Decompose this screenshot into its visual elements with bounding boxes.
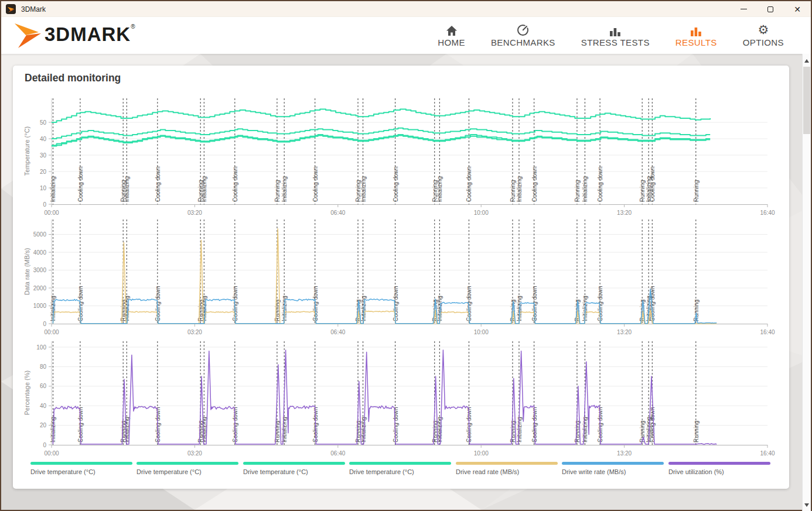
logo-registered-mark: ®	[131, 23, 135, 30]
legend-item-drive4-temperature[interactable]: Drive temperature (°C)	[349, 462, 451, 475]
svg-text:20: 20	[40, 169, 47, 175]
legend-label: Drive temperature (°C)	[349, 468, 451, 475]
svg-text:0: 0	[43, 201, 46, 208]
legend-item-drive3-temperature[interactable]: Drive temperature (°C)	[243, 462, 345, 475]
svg-text:Running: Running	[639, 180, 646, 202]
svg-text:20: 20	[40, 422, 47, 428]
legend-swatch	[668, 462, 770, 465]
vertical-scrollbar[interactable]	[802, 54, 811, 511]
nav-item-stress-tests[interactable]: STRESS TESTS	[581, 23, 650, 47]
svg-text:60: 60	[40, 383, 47, 389]
svg-text:03:20: 03:20	[187, 210, 202, 216]
legend-swatch	[456, 462, 558, 465]
svg-text:Cooling down: Cooling down	[649, 166, 656, 202]
svg-text:30: 30	[40, 152, 47, 159]
svg-text:Cooling down: Cooling down	[597, 166, 603, 202]
legend-label: Drive temperature (°C)	[243, 468, 345, 475]
legend-item-utilization[interactable]: Drive utilization (%)	[668, 462, 770, 475]
scroll-up-icon[interactable]	[804, 59, 809, 63]
maximize-icon	[767, 6, 773, 12]
svg-text:Running: Running	[510, 180, 516, 202]
svg-text:Cooling down: Cooling down	[466, 166, 472, 202]
svg-text:Running: Running	[693, 300, 700, 321]
svg-text:Initializing: Initializing	[201, 176, 207, 202]
svg-text:13:20: 13:20	[617, 210, 632, 216]
svg-text:03:20: 03:20	[187, 329, 202, 335]
svg-text:Cooling down: Cooling down	[393, 166, 399, 202]
svg-text:Running: Running	[693, 421, 700, 443]
logo-swoosh-icon	[14, 23, 45, 49]
close-icon: ✕	[794, 5, 801, 13]
scrollbar-thumb[interactable]	[803, 67, 810, 134]
legend-swatch	[137, 462, 238, 465]
navbar: 3DMARK ® HOME BENCHMARKS	[1, 17, 811, 54]
svg-text:10:00: 10:00	[474, 450, 489, 457]
svg-text:5000: 5000	[33, 231, 47, 238]
svg-text:Initializing: Initializing	[582, 176, 588, 202]
legend-swatch	[30, 462, 132, 465]
legend-item-drive1-temperature[interactable]: Drive temperature (°C)	[30, 462, 132, 475]
nav-item-benchmarks[interactable]: BENCHMARKS	[491, 23, 555, 47]
nav-label: RESULTS	[675, 37, 717, 47]
nav-item-options[interactable]: ⚙ OPTIONS	[743, 23, 784, 47]
svg-text:Initializing: Initializing	[436, 176, 443, 202]
svg-text:0: 0	[43, 442, 46, 448]
svg-text:Initializing: Initializing	[516, 176, 523, 202]
svg-text:50: 50	[40, 119, 47, 126]
svg-text:Cooling down: Cooling down	[531, 166, 538, 202]
svg-text:Initializing: Initializing	[281, 176, 288, 202]
scroll-down-icon[interactable]	[804, 503, 809, 507]
legend-label: Drive temperature (°C)	[30, 468, 132, 475]
svg-text:40: 40	[40, 403, 47, 409]
legend-swatch	[349, 462, 451, 465]
svg-text:Percentage (%): Percentage (%)	[23, 371, 30, 415]
nav-item-home[interactable]: HOME	[438, 23, 465, 47]
svg-text:40: 40	[40, 136, 47, 142]
home-icon	[446, 23, 458, 36]
titlebar: 3DMark ✕	[1, 1, 811, 17]
svg-text:10:00: 10:00	[474, 329, 489, 335]
logo-text: 3DMARK	[45, 23, 131, 46]
nav-label: STRESS TESTS	[581, 37, 650, 47]
app-window: 3DMark ✕ 3DMARK ® HOME	[0, 0, 812, 511]
svg-text:00:00: 00:00	[44, 210, 59, 216]
nav-items: HOME BENCHMARKS	[438, 23, 811, 47]
close-button[interactable]: ✕	[784, 1, 811, 17]
svg-text:80: 80	[40, 363, 47, 370]
svg-text:10:00: 10:00	[474, 210, 489, 216]
minimize-button[interactable]	[730, 1, 757, 17]
legend-item-drive2-temperature[interactable]: Drive temperature (°C)	[137, 462, 238, 475]
svg-text:06:40: 06:40	[330, 210, 345, 216]
minimize-icon	[741, 9, 747, 9]
svg-text:16:40: 16:40	[760, 329, 775, 335]
nav-item-results[interactable]: RESULTS	[675, 23, 717, 47]
svg-text:Initializing: Initializing	[124, 176, 130, 202]
svg-text:Initializing: Initializing	[50, 176, 56, 202]
svg-text:Cooling down: Cooling down	[232, 166, 238, 202]
window-title: 3DMark	[21, 5, 46, 13]
svg-text:06:40: 06:40	[330, 450, 345, 457]
gear-icon: ⚙	[758, 23, 769, 36]
svg-text:Initializing: Initializing	[281, 417, 288, 443]
svg-text:13:20: 13:20	[617, 329, 632, 335]
svg-text:2000: 2000	[33, 285, 47, 291]
svg-text:00:00: 00:00	[44, 450, 59, 457]
nav-label: HOME	[438, 37, 465, 47]
svg-text:13:20: 13:20	[617, 450, 632, 457]
svg-text:Cooling down: Cooling down	[312, 166, 319, 202]
gauge-icon	[517, 23, 529, 36]
legend-label: Drive write rate (MB/s)	[562, 468, 664, 475]
nav-label: BENCHMARKS	[491, 37, 555, 47]
monitoring-charts: 0102030405000:0003:2006:4010:0013:2016:4…	[13, 66, 789, 489]
svg-text:Running: Running	[693, 180, 700, 202]
svg-text:3000: 3000	[33, 267, 47, 273]
maximize-button[interactable]	[757, 1, 784, 17]
legend-item-write-rate[interactable]: Drive write rate (MB/s)	[562, 462, 664, 475]
svg-text:0: 0	[43, 321, 46, 327]
logo: 3DMARK ®	[14, 23, 135, 49]
monitoring-card: Detailed monitoring 0102030405000:0003:2…	[13, 66, 789, 489]
svg-text:4000: 4000	[33, 249, 47, 256]
chart-legend: Drive temperature (°C) Drive temperature…	[13, 462, 789, 485]
legend-item-read-rate[interactable]: Drive read rate (MB/s)	[456, 462, 558, 475]
svg-text:Initializing: Initializing	[360, 176, 367, 202]
